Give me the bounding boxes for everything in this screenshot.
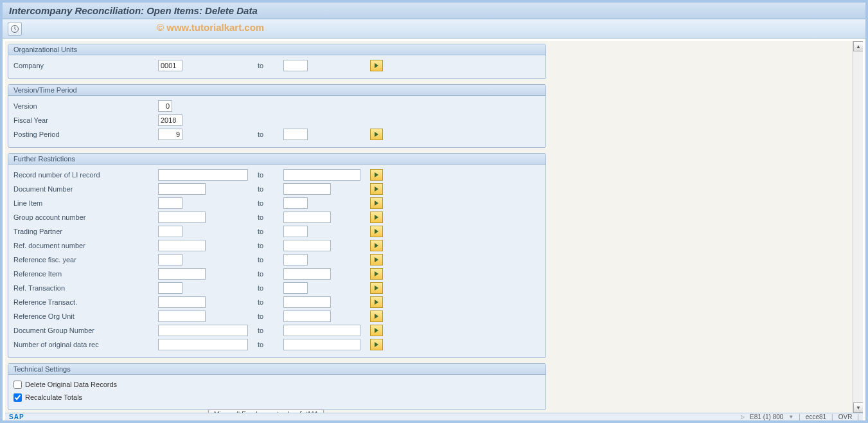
restriction-label: Ref. document number xyxy=(13,242,158,249)
scroll-up-arrow-icon[interactable]: ▲ xyxy=(853,41,863,51)
recalculate-totals-checkbox[interactable] xyxy=(13,393,22,402)
multi-select-button[interactable] xyxy=(370,197,383,209)
restriction-from-input[interactable] xyxy=(158,310,206,322)
to-label: to xyxy=(258,341,283,348)
label-version: Version xyxy=(13,102,158,110)
scroll-down-arrow-icon[interactable]: ▼ xyxy=(853,402,863,413)
delete-original-checkbox[interactable] xyxy=(13,381,22,389)
multi-select-button[interactable] xyxy=(370,268,383,280)
restriction-to-input[interactable] xyxy=(283,339,360,350)
restriction-to-input[interactable] xyxy=(283,310,331,322)
to-label: to xyxy=(258,171,283,179)
version-input[interactable] xyxy=(158,100,172,112)
row-delete-original: Delete Original Data Records xyxy=(13,379,540,390)
restriction-from-input[interactable] xyxy=(158,296,206,308)
label-company: Company xyxy=(13,62,158,69)
restriction-from-input[interactable] xyxy=(158,325,248,336)
restriction-to-input[interactable] xyxy=(283,240,331,251)
restriction-row: Group account numberto xyxy=(13,211,540,224)
multi-select-button[interactable] xyxy=(370,169,383,181)
company-to-input[interactable] xyxy=(283,60,308,71)
restriction-from-input[interactable] xyxy=(158,212,206,223)
to-label: to xyxy=(258,199,283,207)
status-bar: SAP ▷ E81 (1) 800▼ | ecce81 | OVR | xyxy=(5,413,863,420)
panel-header: Version/Time Period xyxy=(8,85,545,96)
restriction-label: Ref. Transaction xyxy=(13,284,158,292)
restriction-label: Document Group Number xyxy=(13,327,158,334)
restriction-row: Reference Transact.to xyxy=(13,296,540,309)
multi-select-button[interactable] xyxy=(370,325,383,336)
label-fiscal-year: Fiscal Year xyxy=(13,116,158,124)
posting-period-from-input[interactable] xyxy=(158,129,182,140)
restriction-to-input[interactable] xyxy=(283,197,308,209)
restriction-row: Document Numberto xyxy=(13,183,540,195)
status-server: ecce81 xyxy=(806,413,826,420)
restriction-from-input[interactable] xyxy=(158,268,206,280)
to-label: to xyxy=(258,213,283,221)
multi-select-button[interactable] xyxy=(370,226,383,237)
restriction-from-input[interactable] xyxy=(158,240,206,251)
multi-select-button[interactable] xyxy=(370,240,383,251)
multi-select-button[interactable] xyxy=(370,254,383,266)
multi-select-button[interactable] xyxy=(370,296,383,308)
content-area: Organizational Units Company to Version/… xyxy=(5,41,863,413)
restriction-to-input[interactable] xyxy=(283,226,308,237)
restriction-to-input[interactable] xyxy=(283,296,331,308)
row-posting-period: Posting Period to xyxy=(13,128,540,141)
multi-select-button[interactable] xyxy=(370,129,383,140)
restriction-label: Group account number xyxy=(13,213,158,221)
panel-technical-settings: Technical Settings Delete Original Data … xyxy=(8,363,546,410)
restriction-label: Trading Partner xyxy=(13,228,158,235)
window-title: Intercompany Reconciliation: Open Items:… xyxy=(3,3,865,19)
restriction-to-input[interactable] xyxy=(283,183,331,195)
restriction-from-input[interactable] xyxy=(158,226,182,237)
restriction-from-input[interactable] xyxy=(158,183,206,195)
status-system: E81 (1) 800 xyxy=(750,413,783,420)
restriction-label: Reference Org Unit xyxy=(13,312,158,320)
restriction-label: Document Number xyxy=(13,185,158,193)
to-label: to xyxy=(258,327,283,334)
restriction-to-input[interactable] xyxy=(283,254,308,266)
to-label: to xyxy=(258,130,283,138)
restriction-row: Number of original data recto xyxy=(13,338,540,351)
restriction-to-input[interactable] xyxy=(283,212,331,223)
fiscal-year-input[interactable] xyxy=(158,114,182,126)
restriction-to-input[interactable] xyxy=(283,282,308,294)
vertical-scrollbar[interactable]: ▲ ▼ xyxy=(853,41,863,413)
to-label: to xyxy=(258,270,283,278)
multi-select-button[interactable] xyxy=(370,310,383,322)
restriction-to-input[interactable] xyxy=(283,268,331,280)
multi-select-button[interactable] xyxy=(370,60,383,71)
execute-button[interactable] xyxy=(8,22,22,36)
restriction-label: Reference fisc. year xyxy=(13,256,158,264)
panel-header: Organizational Units xyxy=(8,44,545,55)
posting-period-to-input[interactable] xyxy=(283,129,308,140)
restriction-row: Reference Org Unitto xyxy=(13,310,540,323)
restriction-from-input[interactable] xyxy=(158,339,248,350)
multi-select-button[interactable] xyxy=(370,212,383,223)
panel-org-units: Organizational Units Company to xyxy=(8,44,546,79)
panel-version-time: Version/Time Period Version Fiscal Year … xyxy=(8,84,546,148)
restriction-to-input[interactable] xyxy=(283,325,360,336)
label-delete-original: Delete Original Data Records xyxy=(25,381,117,388)
restriction-from-input[interactable] xyxy=(158,254,182,266)
restriction-row: Document Group Numberto xyxy=(13,324,540,337)
status-mode: OVR xyxy=(838,413,853,420)
to-label: to xyxy=(258,256,283,264)
restriction-row: Trading Partnerto xyxy=(13,225,540,238)
row-company: Company to xyxy=(13,59,540,72)
restriction-from-input[interactable] xyxy=(158,197,182,209)
restriction-from-input[interactable] xyxy=(158,169,248,181)
restriction-from-input[interactable] xyxy=(158,282,182,294)
panel-header: Further Restrictions xyxy=(8,154,545,165)
row-version: Version xyxy=(13,100,540,113)
company-from-input[interactable] xyxy=(158,60,182,71)
restriction-to-input[interactable] xyxy=(283,169,360,181)
label-recalculate-totals: Recalculate Totals xyxy=(25,393,82,401)
to-label: to xyxy=(258,298,283,306)
multi-select-button[interactable] xyxy=(370,339,383,350)
multi-select-button[interactable] xyxy=(370,183,383,195)
restriction-row: Ref. Transactionto xyxy=(13,282,540,294)
multi-select-button[interactable] xyxy=(370,282,383,294)
status-right: ▷ E81 (1) 800▼ | ecce81 | OVR | xyxy=(741,413,859,420)
